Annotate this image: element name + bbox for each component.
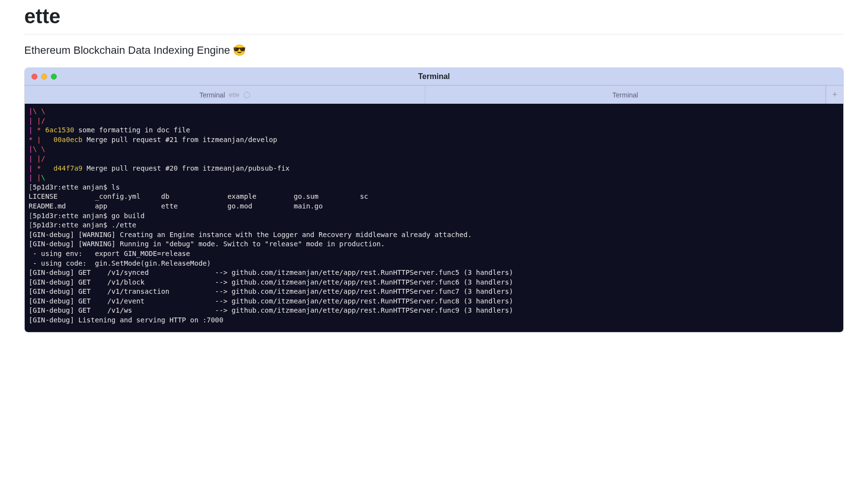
gin-route-line: [GIN-debug] GET /v1/transaction --> gith… <box>29 287 839 297</box>
git-graph-line: |\ \ <box>29 107 839 116</box>
sunglasses-emoji-icon: 😎 <box>233 44 246 56</box>
readme-header: ette <box>24 0 844 34</box>
terminal-window: Terminal Terminal ette Terminal + |\ \| … <box>24 67 844 333</box>
shell-prompt-line: [5p1d3r:ette anjan$ go build <box>29 211 839 221</box>
gin-route-line: [GIN-debug] GET /v1/block --> github.com… <box>29 278 839 287</box>
terminal-tabbar: Terminal ette Terminal + <box>25 85 843 104</box>
gin-route-line: [GIN-debug] GET /v1/synced --> github.co… <box>29 268 839 278</box>
terminal-tab-1[interactable]: Terminal ette <box>25 85 425 104</box>
terminal-tab-2[interactable]: Terminal <box>425 85 826 104</box>
new-tab-button[interactable]: + <box>826 85 843 104</box>
minimize-icon[interactable] <box>41 74 47 80</box>
git-commit-line: | * 6ac1530 some formatting in doc file <box>29 126 839 135</box>
shell-prompt-line: [5p1d3r:ette anjan$ ./ette <box>29 221 839 230</box>
gin-route-line: [GIN-debug] GET /v1/ws --> github.com/it… <box>29 306 839 316</box>
shell-prompt-line: [5p1d3r:ette anjan$ ls <box>29 183 839 192</box>
gin-log-line: [GIN-debug] [WARNING] Creating an Engine… <box>29 230 839 240</box>
close-icon[interactable] <box>32 74 37 80</box>
subtitle: Ethereum Blockchain Data Indexing Engine… <box>24 44 844 57</box>
git-graph-line: | |/ <box>29 154 839 164</box>
ls-output-row: LICENSE _config.yml db example go.sum sc <box>29 192 839 202</box>
gin-log-line: - using env: export GIN_MODE=release <box>29 249 839 259</box>
spinner-icon <box>243 92 250 98</box>
git-commit-line: * | 00a0ecb Merge pull request #21 from … <box>29 135 839 145</box>
window-controls <box>32 74 57 80</box>
maximize-icon[interactable] <box>51 74 57 80</box>
page-title: ette <box>24 0 844 28</box>
terminal-titlebar: Terminal <box>25 68 843 85</box>
gin-log-line: [GIN-debug] [WARNING] Running in "debug"… <box>29 239 839 249</box>
git-graph-line: | |\ <box>29 173 839 183</box>
window-title: Terminal <box>418 72 450 81</box>
git-graph-line: |\ \ <box>29 144 839 154</box>
plus-icon: + <box>832 90 837 100</box>
ls-output-row: README.md app ette go.mod main.go <box>29 202 839 211</box>
tab-label: Terminal <box>199 91 225 99</box>
git-graph-line: | |/ <box>29 116 839 126</box>
terminal-body[interactable]: |\ \| |/| * 6ac1530 some formatting in d… <box>25 104 843 332</box>
git-commit-line: | * d44f7a9 Merge pull request #20 from … <box>29 164 839 174</box>
subtitle-text: Ethereum Blockchain Data Indexing Engine <box>24 44 233 56</box>
gin-route-line: [GIN-debug] GET /v1/event --> github.com… <box>29 297 839 306</box>
tab-label: Terminal <box>612 91 638 99</box>
gin-log-line: [GIN-debug] Listening and serving HTTP o… <box>29 316 839 325</box>
tab-process: ette <box>229 91 240 98</box>
gin-log-line: - using code: gin.SetMode(gin.ReleaseMod… <box>29 259 839 269</box>
